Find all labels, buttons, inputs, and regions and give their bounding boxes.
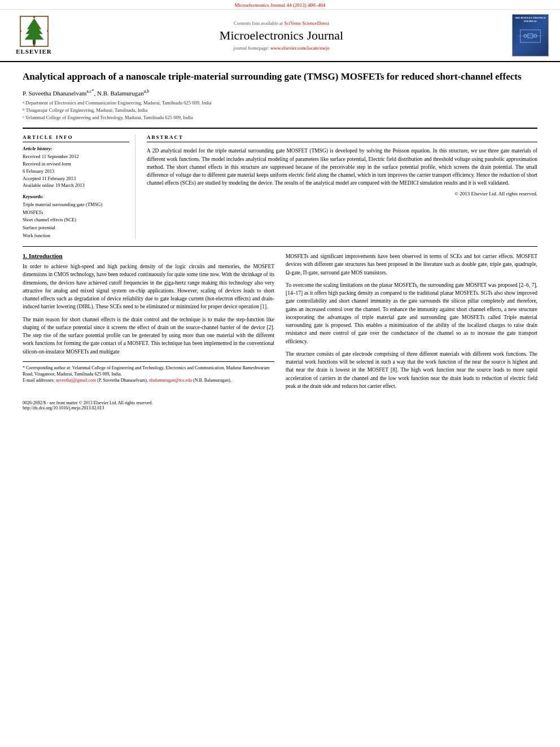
svg-point-7 [20,30,21,32]
author-sep: , N.B. Balamurugan [94,90,143,97]
svg-point-5 [33,16,34,18]
elsevier-label: ELSEVIER [16,48,52,55]
history-title: Article history: [23,146,129,151]
email2: nbalamurugan@tce.edu [149,378,192,383]
svg-point-8 [46,30,48,32]
keywords-section: Keywords: Triple material surrounding ga… [23,194,129,239]
affiliation-b: b Thiagarajar College of Engineering, Ma… [23,107,537,114]
footnote-corresponding: * Corresponding author at: Velammal Coll… [23,365,274,377]
journal-header: ELSEVIER Contents lists available at Sci… [0,10,560,62]
affiliations: a Department of Electronics and Communic… [23,100,537,121]
email2-name: (N.B. Balamurugan). [193,378,231,383]
intro-para2: The main reason for short channel effect… [23,316,274,356]
received-date: Received 11 September 2012 [23,153,129,160]
article-info-title: ARTICLE INFO [23,134,129,142]
right-body-col: MOSFETs and significant improvements hav… [286,252,537,395]
paper-title: Analytical approach of a nanoscale tripl… [23,71,537,83]
email-label: E-mail addresses: [23,378,55,383]
email1-name: (P. Suveetha Dhanaselvam), [97,378,148,383]
homepage-link[interactable]: www.elsevier.com/locate/mejo [270,45,330,51]
intro-heading: 1. Introduction [23,252,274,259]
author1: P. Suveetha Dhanaselvam [23,90,86,97]
right-para2: To overcome the scaling limitations on t… [286,281,537,346]
affiliation-c: c Velammal College of Engineering and Te… [23,115,537,121]
body-columns: 1. Introduction In order to achieve high… [23,252,537,395]
aff-b-sup: b [23,107,25,113]
footnote-star: * [23,365,25,370]
aff-c-text: Velammal College of Engineering and Tech… [25,115,193,121]
copyright-line: © 2013 Elsevier Ltd. All rights reserved… [147,191,537,196]
elsevier-logo: ELSEVIER [11,16,56,55]
bottom-bar: 0026-2692/$ - see front matter © 2013 El… [0,400,560,416]
aff-b-text: Thiagarajar College of Engineering, Madu… [26,107,148,114]
keyword-4: Surface potential [23,224,129,232]
aff-a-text: Department of Electronics and Communicat… [25,100,211,107]
article-info-abstract: ARTICLE INFO Article history: Received 1… [23,128,537,239]
right-para3: The structure consists of gate electrode… [286,350,537,390]
author2-sup: a,b [144,89,150,94]
keywords-title: Keywords: [23,194,129,199]
doi-line: http://dx.doi.org/10.1016/j.mejo.2013.02… [23,405,537,410]
cover-circuit-icon [518,25,543,47]
journal-homepage: journal homepage: www.elsevier.com/locat… [56,45,506,51]
accepted-date: Accepted 11 February 2013 [23,175,129,182]
revised-date: Received in revised form [23,160,129,168]
paper-content: Analytical approach of a nanoscale tripl… [0,62,560,395]
cover-image: MICROELECTRONICS JOURNAL [512,14,549,56]
abstract-title: ABSTRACT [147,134,537,142]
keyword-2: MOSFETs [23,209,129,217]
elsevier-tree-icon [19,16,50,47]
journal-citation: Microelectronics Journal 44 (2013) 400–4… [235,2,326,8]
available-date: Available online 19 March 2013 [23,182,129,189]
keyword-5: Work function [23,232,129,240]
aff-c-sup: c [23,115,24,120]
issn-line: 0026-2692/$ - see front matter © 2013 El… [23,400,537,405]
cover-title: MICROELECTRONICS JOURNAL [514,16,546,23]
abstract-text: A 2D analytical model for the triple mat… [147,147,537,187]
affiliation-a: a Department of Electronics and Communic… [23,100,537,107]
journal-main-title: Microelectronics Journal [56,28,506,43]
left-body-col: 1. Introduction In order to achieve high… [23,252,274,395]
top-bar: Microelectronics Journal 44 (2013) 400–4… [0,0,560,10]
revised-date2: 6 February 2013 [23,168,129,175]
intro-para1: In order to achieve high-speed and high … [23,263,274,311]
keyword-1: Triple material surrounding gate (TMSG) [23,201,129,209]
right-para1: MOSFETs and significant improvements hav… [286,252,537,277]
journal-title-center: Contents lists available at SciVerse Sci… [56,20,506,51]
abstract-section: ABSTRACT A 2D analytical model for the t… [147,134,537,239]
footnote-text-content: Corresponding author at: Velammal Colleg… [23,365,269,377]
contents-line: Contents lists available at SciVerse Sci… [56,20,506,26]
section-divider [23,246,537,247]
sciverse-link[interactable]: SciVerse ScienceDirect [284,20,329,26]
journal-cover: MICROELECTRONICS JOURNAL [506,14,549,56]
footnote-email: E-mail addresses: suveethaj@gmail.com (P… [23,377,274,383]
aff-a-sup: a [23,100,24,106]
svg-rect-9 [520,30,541,42]
authors-line: P. Suveetha Dhanaselvama,c*, N.B. Balamu… [23,89,537,97]
svg-point-6 [33,45,34,46]
email1: suveethaj@gmail.com [56,378,97,383]
keyword-3: Short channel effects (SCE) [23,216,129,224]
author1-sup: a,c* [86,89,94,94]
article-info: ARTICLE INFO Article history: Received 1… [23,134,135,239]
footnote-section: * Corresponding author at: Velammal Coll… [23,361,274,384]
